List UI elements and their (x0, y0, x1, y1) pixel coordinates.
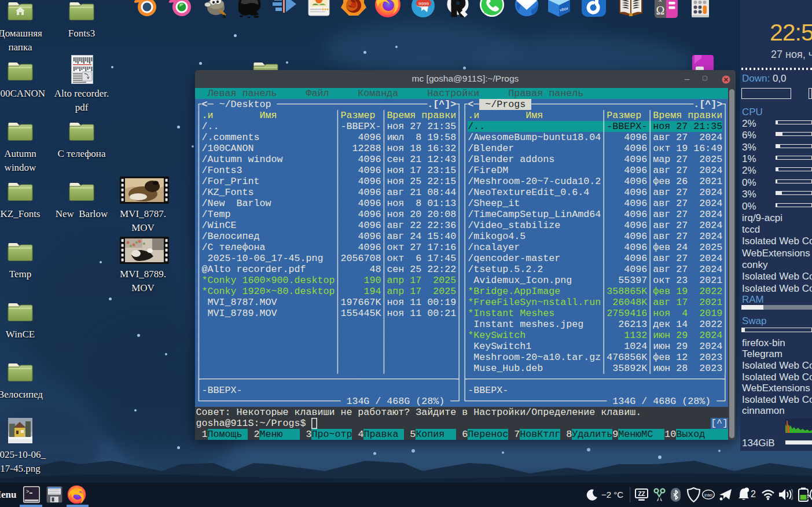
svg-text:x: x (658, 0, 662, 3)
svg-text:9999: 9999 (418, 1, 429, 6)
svg-text:intel: intel (704, 493, 712, 498)
svg-text:ZZ: ZZ (638, 491, 645, 497)
svg-text:Ω: Ω (656, 4, 665, 17)
svg-text:>: > (26, 489, 29, 495)
